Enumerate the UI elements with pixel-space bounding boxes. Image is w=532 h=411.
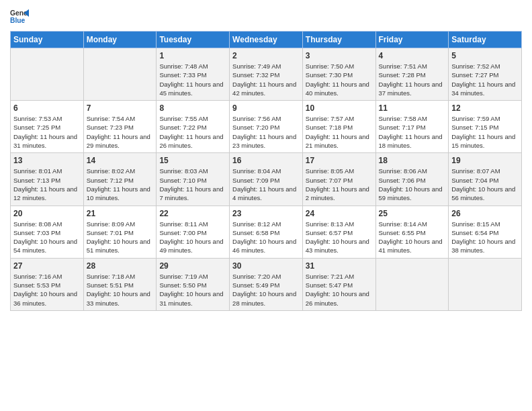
calendar-cell: 18Sunrise: 8:06 AM Sunset: 7:06 PM Dayli…: [375, 153, 449, 205]
calendar-cell: 10Sunrise: 7:57 AM Sunset: 7:18 PM Dayli…: [302, 101, 375, 153]
day-info: Sunrise: 8:06 AM Sunset: 7:06 PM Dayligh…: [379, 167, 446, 202]
day-of-week-header: Thursday: [302, 32, 375, 48]
day-number: 13: [13, 156, 81, 165]
day-info: Sunrise: 7:19 AM Sunset: 5:50 PM Dayligh…: [159, 272, 226, 308]
calendar-cell: 2Sunrise: 7:49 AM Sunset: 7:32 PM Daylig…: [230, 48, 303, 101]
calendar-cell: 4Sunrise: 7:51 AM Sunset: 7:28 PM Daylig…: [375, 48, 449, 101]
day-number: 14: [87, 156, 154, 165]
calendar-cell: 28Sunrise: 7:18 AM Sunset: 5:51 PM Dayli…: [83, 258, 157, 310]
day-number: 2: [232, 51, 300, 60]
day-info: Sunrise: 7:53 AM Sunset: 7:25 PM Dayligh…: [13, 114, 81, 150]
calendar-cell: 11Sunrise: 7:58 AM Sunset: 7:17 PM Dayli…: [375, 101, 449, 153]
calendar-cell: 17Sunrise: 8:05 AM Sunset: 7:07 PM Dayli…: [302, 153, 375, 205]
day-number: 7: [87, 103, 154, 113]
day-number: 25: [379, 209, 446, 218]
day-info: Sunrise: 8:05 AM Sunset: 7:07 PM Dayligh…: [306, 167, 373, 202]
calendar-cell: [375, 258, 449, 310]
logo-icon: General Blue: [10, 7, 29, 26]
day-info: Sunrise: 7:56 AM Sunset: 7:20 PM Dayligh…: [232, 114, 300, 150]
calendar-cell: [11, 48, 84, 101]
day-number: 20: [13, 209, 81, 218]
day-number: 4: [379, 51, 446, 60]
day-info: Sunrise: 7:55 AM Sunset: 7:22 PM Dayligh…: [159, 114, 226, 150]
calendar-cell: 21Sunrise: 8:09 AM Sunset: 7:01 PM Dayli…: [83, 205, 157, 258]
day-number: 9: [232, 103, 300, 113]
calendar-cell: 8Sunrise: 7:55 AM Sunset: 7:22 PM Daylig…: [157, 101, 230, 153]
day-number: 22: [159, 209, 226, 218]
calendar-week-row: 20Sunrise: 8:08 AM Sunset: 7:03 PM Dayli…: [11, 205, 522, 258]
day-info: Sunrise: 7:16 AM Sunset: 5:53 PM Dayligh…: [13, 272, 81, 308]
day-info: Sunrise: 7:51 AM Sunset: 7:28 PM Dayligh…: [379, 62, 446, 97]
day-info: Sunrise: 8:11 AM Sunset: 7:00 PM Dayligh…: [159, 220, 226, 255]
day-info: Sunrise: 7:21 AM Sunset: 5:47 PM Dayligh…: [306, 272, 373, 308]
day-info: Sunrise: 8:04 AM Sunset: 7:09 PM Dayligh…: [232, 167, 300, 202]
day-of-week-header: Tuesday: [157, 32, 230, 48]
day-info: Sunrise: 8:14 AM Sunset: 6:55 PM Dayligh…: [379, 220, 446, 255]
calendar-cell: 20Sunrise: 8:08 AM Sunset: 7:03 PM Dayli…: [11, 205, 84, 258]
day-number: 17: [306, 156, 373, 165]
day-number: 11: [379, 103, 446, 113]
page: General Blue SundayMondayTuesdayWednesda…: [0, 0, 532, 411]
day-number: 27: [13, 261, 81, 271]
calendar-cell: 24Sunrise: 8:13 AM Sunset: 6:57 PM Dayli…: [302, 205, 375, 258]
day-number: 28: [87, 261, 154, 271]
calendar-cell: 25Sunrise: 8:14 AM Sunset: 6:55 PM Dayli…: [375, 205, 449, 258]
day-info: Sunrise: 8:01 AM Sunset: 7:13 PM Dayligh…: [13, 167, 81, 202]
calendar-cell: 12Sunrise: 7:59 AM Sunset: 7:15 PM Dayli…: [449, 101, 522, 153]
day-info: Sunrise: 7:48 AM Sunset: 7:33 PM Dayligh…: [159, 62, 226, 97]
calendar-cell: 19Sunrise: 8:07 AM Sunset: 7:04 PM Dayli…: [449, 153, 522, 205]
day-info: Sunrise: 8:03 AM Sunset: 7:10 PM Dayligh…: [159, 167, 226, 202]
day-info: Sunrise: 8:08 AM Sunset: 7:03 PM Dayligh…: [13, 220, 81, 255]
calendar-cell: 5Sunrise: 7:52 AM Sunset: 7:27 PM Daylig…: [449, 48, 522, 101]
day-number: 29: [159, 261, 226, 271]
day-info: Sunrise: 8:07 AM Sunset: 7:04 PM Dayligh…: [451, 167, 519, 202]
day-of-week-header: Saturday: [449, 32, 522, 48]
logo: General Blue: [10, 7, 30, 26]
day-number: 19: [451, 156, 519, 165]
day-info: Sunrise: 8:13 AM Sunset: 6:57 PM Dayligh…: [306, 220, 373, 255]
calendar-header: SundayMondayTuesdayWednesdayThursdayFrid…: [11, 32, 522, 48]
calendar-cell: 7Sunrise: 7:54 AM Sunset: 7:23 PM Daylig…: [83, 101, 157, 153]
calendar-cell: 3Sunrise: 7:50 AM Sunset: 7:30 PM Daylig…: [302, 48, 375, 101]
calendar-cell: 14Sunrise: 8:02 AM Sunset: 7:12 PM Dayli…: [83, 153, 157, 205]
day-number: 23: [232, 209, 300, 218]
calendar-cell: 30Sunrise: 7:20 AM Sunset: 5:49 PM Dayli…: [230, 258, 303, 310]
day-info: Sunrise: 7:50 AM Sunset: 7:30 PM Dayligh…: [306, 62, 373, 97]
day-info: Sunrise: 7:20 AM Sunset: 5:49 PM Dayligh…: [232, 272, 300, 308]
day-info: Sunrise: 8:12 AM Sunset: 6:58 PM Dayligh…: [232, 220, 300, 255]
header-row: SundayMondayTuesdayWednesdayThursdayFrid…: [11, 32, 522, 48]
day-info: Sunrise: 8:09 AM Sunset: 7:01 PM Dayligh…: [87, 220, 154, 255]
calendar-cell: 9Sunrise: 7:56 AM Sunset: 7:20 PM Daylig…: [230, 101, 303, 153]
calendar-cell: 22Sunrise: 8:11 AM Sunset: 7:00 PM Dayli…: [157, 205, 230, 258]
day-number: 8: [159, 103, 226, 113]
svg-text:Blue: Blue: [10, 17, 26, 24]
day-info: Sunrise: 7:57 AM Sunset: 7:18 PM Dayligh…: [306, 114, 373, 150]
day-number: 24: [306, 209, 373, 218]
day-number: 10: [306, 103, 373, 113]
calendar-body: 1Sunrise: 7:48 AM Sunset: 7:33 PM Daylig…: [11, 48, 522, 311]
day-number: 26: [451, 209, 519, 218]
day-info: Sunrise: 8:02 AM Sunset: 7:12 PM Dayligh…: [87, 167, 154, 202]
calendar-cell: 31Sunrise: 7:21 AM Sunset: 5:47 PM Dayli…: [302, 258, 375, 310]
day-info: Sunrise: 7:49 AM Sunset: 7:32 PM Dayligh…: [232, 62, 300, 97]
day-number: 5: [451, 51, 519, 60]
day-number: 30: [232, 261, 300, 271]
header-area: General Blue: [10, 7, 522, 26]
calendar-cell: 13Sunrise: 8:01 AM Sunset: 7:13 PM Dayli…: [11, 153, 84, 205]
calendar-week-row: 27Sunrise: 7:16 AM Sunset: 5:53 PM Dayli…: [11, 258, 522, 310]
day-info: Sunrise: 7:52 AM Sunset: 7:27 PM Dayligh…: [451, 62, 519, 97]
calendar-cell: 16Sunrise: 8:04 AM Sunset: 7:09 PM Dayli…: [230, 153, 303, 205]
calendar-cell: [449, 258, 522, 310]
day-of-week-header: Monday: [83, 32, 157, 48]
day-number: 16: [232, 156, 300, 165]
day-info: Sunrise: 7:54 AM Sunset: 7:23 PM Dayligh…: [87, 114, 154, 150]
day-info: Sunrise: 7:18 AM Sunset: 5:51 PM Dayligh…: [87, 272, 154, 308]
calendar-week-row: 6Sunrise: 7:53 AM Sunset: 7:25 PM Daylig…: [11, 101, 522, 153]
calendar-cell: [83, 48, 157, 101]
day-number: 31: [306, 261, 373, 271]
day-info: Sunrise: 7:58 AM Sunset: 7:17 PM Dayligh…: [379, 114, 446, 150]
calendar-cell: 6Sunrise: 7:53 AM Sunset: 7:25 PM Daylig…: [11, 101, 84, 153]
calendar-cell: 23Sunrise: 8:12 AM Sunset: 6:58 PM Dayli…: [230, 205, 303, 258]
day-number: 18: [379, 156, 446, 165]
calendar-cell: 1Sunrise: 7:48 AM Sunset: 7:33 PM Daylig…: [157, 48, 230, 101]
